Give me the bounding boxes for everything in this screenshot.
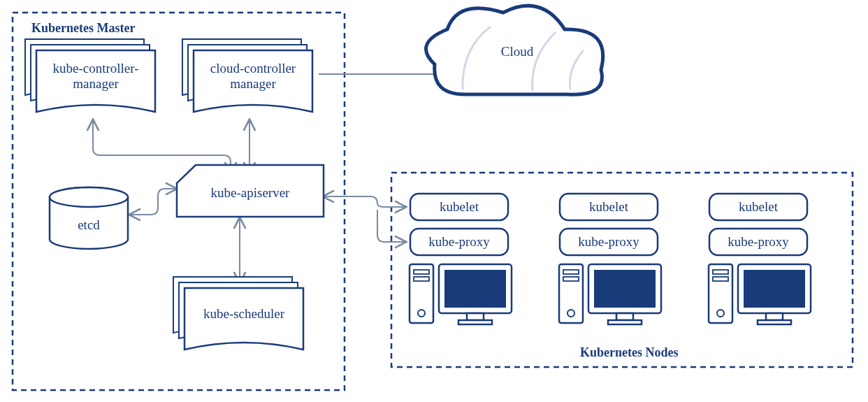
svg-rect-29	[744, 270, 805, 308]
computer-icon	[709, 264, 811, 324]
kcm-label-1: kube-controller-	[52, 61, 138, 76]
svg-rect-10	[467, 313, 484, 320]
computer-icon	[559, 264, 661, 324]
nodes-title: Kubernetes Nodes	[580, 345, 679, 359]
node-2: kubelet kube-proxy	[709, 194, 811, 324]
svg-rect-9	[444, 270, 506, 308]
cloud-icon: Cloud	[426, 6, 603, 94]
kcm-label-2: manager	[73, 76, 119, 91]
node-0-proxy: kube-proxy	[428, 234, 490, 249]
ccm-label-1: cloud-controller	[210, 61, 296, 76]
svg-rect-14	[559, 264, 583, 323]
architecture-diagram: Kubernetes Master Kubernetes Nodes Cloud…	[0, 0, 868, 402]
svg-rect-30	[766, 313, 783, 320]
svg-rect-4	[410, 264, 433, 323]
api-box: kube-apiserver	[177, 165, 324, 217]
node-0: kubelet kube-proxy	[410, 194, 512, 324]
svg-point-1	[50, 187, 128, 207]
node-0-kubelet: kubelet	[440, 199, 479, 214]
node-1-proxy: kube-proxy	[578, 234, 639, 249]
ccm-label-2: manager	[230, 76, 276, 91]
svg-rect-24	[709, 264, 732, 323]
arrow-etcd-api	[130, 189, 176, 215]
sched-box: kube-scheduler	[173, 277, 303, 350]
node-1-kubelet: kubelet	[589, 199, 629, 214]
etcd-label: etcd	[78, 217, 100, 232]
svg-rect-11	[458, 320, 492, 324]
node-2-proxy: kube-proxy	[728, 234, 789, 249]
master-title: Kubernetes Master	[31, 21, 135, 35]
cloud-label: Cloud	[501, 44, 534, 59]
node-1: kubelet kube-proxy	[559, 194, 661, 324]
api-label: kube-apiserver	[211, 185, 291, 200]
svg-rect-20	[616, 313, 633, 320]
arrow-api-kubelet	[324, 196, 405, 207]
svg-rect-19	[594, 270, 656, 308]
computer-icon	[410, 264, 512, 324]
svg-rect-21	[608, 320, 642, 324]
etcd-cylinder: etcd	[50, 187, 128, 249]
kcm-box: kube-controller- manager	[25, 39, 155, 112]
ccm-box: cloud-controller manager	[182, 39, 312, 112]
sched-label: kube-scheduler	[203, 306, 285, 321]
node-2-kubelet: kubelet	[739, 199, 779, 214]
svg-rect-31	[758, 320, 791, 324]
